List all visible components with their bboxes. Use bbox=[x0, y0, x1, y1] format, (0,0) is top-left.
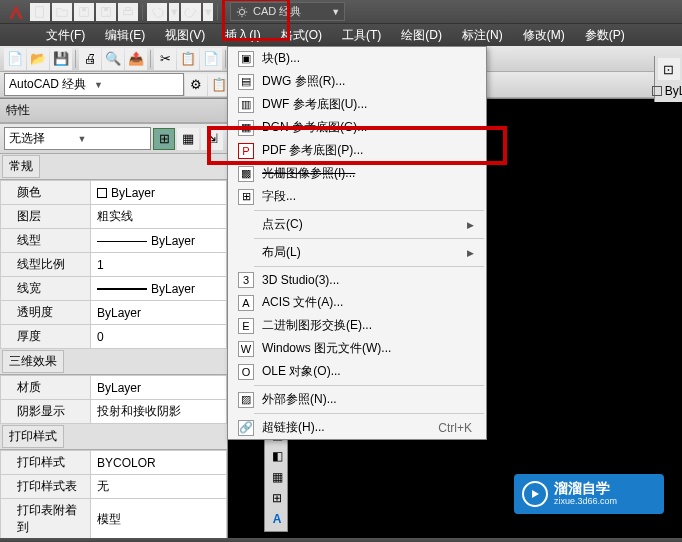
menu-block[interactable]: ▣块(B)... bbox=[228, 47, 486, 70]
hyperlink-icon: 🔗 bbox=[238, 420, 254, 436]
workspace-label: CAD 经典 bbox=[253, 4, 301, 19]
title-bar: ▾ ▾ CAD 经典 ▼ bbox=[0, 0, 682, 24]
status-bar bbox=[0, 538, 682, 542]
dwf-icon: ▥ bbox=[238, 97, 254, 113]
menu-edit[interactable]: 编辑(E) bbox=[95, 24, 155, 47]
menu-view[interactable]: 视图(V) bbox=[155, 24, 215, 47]
menu-binary-dxf[interactable]: E二进制图形交换(E)... bbox=[228, 314, 486, 337]
qat-redo-icon[interactable] bbox=[181, 3, 201, 21]
table-row: 线型ByLayer bbox=[1, 229, 227, 253]
qat-redo-dropdown-icon[interactable]: ▾ bbox=[203, 3, 213, 21]
menu-file[interactable]: 文件(F) bbox=[36, 24, 95, 47]
props-3d-table: 材质ByLayer 阴影显示投射和接收阴影 bbox=[0, 375, 227, 424]
menu-dwg-ref[interactable]: ▤DWG 参照(R)... bbox=[228, 70, 486, 93]
table-row: 阴影显示投射和接收阴影 bbox=[1, 400, 227, 424]
raster-icon: ▩ bbox=[238, 166, 254, 182]
watermark-badge: 溜溜自学 zixue.3d66.com bbox=[514, 474, 664, 514]
block-icon: ▣ bbox=[238, 51, 254, 67]
menu-dgn-underlay[interactable]: ▦DGN 参考底图(G)... bbox=[228, 116, 486, 139]
menu-acis[interactable]: AACIS 文件(A)... bbox=[228, 291, 486, 314]
play-icon bbox=[522, 481, 548, 507]
qat-new-icon[interactable] bbox=[30, 3, 50, 21]
menu-bar: 文件(F) 编辑(E) 视图(V) 插入(I) 格式(O) 工具(T) 绘图(D… bbox=[0, 24, 682, 46]
table-row: 线型比例1 bbox=[1, 253, 227, 277]
acis-icon: A bbox=[238, 295, 254, 311]
menu-modify[interactable]: 修改(M) bbox=[513, 24, 575, 47]
watermark-url: zixue.3d66.com bbox=[554, 497, 617, 507]
menu-dimension[interactable]: 标注(N) bbox=[452, 24, 513, 47]
svg-point-7 bbox=[239, 9, 244, 14]
selection-value: 无选择 bbox=[9, 130, 78, 147]
menu-3d-studio[interactable]: 33D Studio(3)... bbox=[228, 269, 486, 291]
section-print-style: 打印样式 bbox=[2, 425, 64, 448]
xref-icon: ▨ bbox=[238, 392, 254, 408]
menu-ole[interactable]: OOLE 对象(O)... bbox=[228, 360, 486, 383]
table-row: 透明度ByLayer bbox=[1, 301, 227, 325]
svg-rect-2 bbox=[82, 7, 86, 11]
workspace-settings-icon[interactable]: ⚙ bbox=[185, 74, 207, 96]
qat-save-icon[interactable] bbox=[74, 3, 94, 21]
menu-layout[interactable]: 布局(L)▶ bbox=[228, 241, 486, 264]
tool-cut-icon[interactable]: ✂ bbox=[154, 48, 176, 70]
right-tool-1-icon[interactable]: ⊡ bbox=[658, 58, 680, 80]
insert-dropdown: ▣块(B)... ▤DWG 参照(R)... ▥DWF 参考底图(U)... ▦… bbox=[227, 46, 487, 440]
bylayer-checkbox[interactable]: ByL bbox=[648, 82, 682, 100]
vtool-region-icon[interactable]: ▦ bbox=[267, 467, 287, 487]
chevron-down-icon: ▼ bbox=[331, 7, 340, 17]
section-general: 常规 bbox=[2, 155, 40, 178]
workspace-combo-label: AutoCAD 经典 bbox=[9, 76, 94, 93]
submenu-arrow-icon: ▶ bbox=[467, 248, 480, 258]
table-row: 打印样式BYCOLOR bbox=[1, 451, 227, 475]
ole-icon: O bbox=[238, 364, 254, 380]
table-row: 材质ByLayer bbox=[1, 376, 227, 400]
dxf-icon: E bbox=[238, 318, 254, 334]
vtool-gradient-icon[interactable]: ◧ bbox=[267, 446, 287, 466]
menu-draw[interactable]: 绘图(D) bbox=[391, 24, 452, 47]
table-row: 厚度0 bbox=[1, 325, 227, 349]
vtool-text-icon[interactable]: A bbox=[267, 509, 287, 529]
gear-icon bbox=[235, 5, 249, 19]
field-icon: ⊞ bbox=[238, 189, 254, 205]
menu-point-cloud[interactable]: 点云(C)▶ bbox=[228, 213, 486, 236]
table-row: 打印表附着到模型 bbox=[1, 499, 227, 540]
quick-select-icon[interactable]: ⊞ bbox=[153, 128, 175, 150]
menu-insert[interactable]: 插入(I) bbox=[215, 24, 270, 47]
svg-rect-4 bbox=[104, 7, 108, 11]
menu-xref[interactable]: ▨外部参照(N)... bbox=[228, 388, 486, 411]
qat-undo-dropdown-icon[interactable]: ▾ bbox=[169, 3, 179, 21]
qat-print-icon[interactable] bbox=[118, 3, 138, 21]
wmf-icon: W bbox=[238, 341, 254, 357]
qat-open-icon[interactable] bbox=[52, 3, 72, 21]
menu-format[interactable]: 格式(O) bbox=[271, 24, 332, 47]
submenu-arrow-icon: ▶ bbox=[467, 220, 480, 230]
menu-pdf-underlay[interactable]: PPDF 参考底图(P)... bbox=[228, 139, 486, 162]
watermark-text: 溜溜自学 bbox=[554, 481, 617, 496]
menu-params[interactable]: 参数(P) bbox=[575, 24, 635, 47]
table-row: 颜色ByLayer bbox=[1, 181, 227, 205]
qat-saveas-icon[interactable] bbox=[96, 3, 116, 21]
menu-hyperlink[interactable]: 🔗超链接(H)...Ctrl+K bbox=[228, 416, 486, 439]
tool-print-icon[interactable]: 🖨 bbox=[79, 48, 101, 70]
app-logo-icon bbox=[4, 2, 28, 22]
props-general-table: 颜色ByLayer 图层粗实线 线型ByLayer 线型比例1 线宽ByLaye… bbox=[0, 180, 227, 349]
chevron-down-icon: ▼ bbox=[78, 134, 147, 144]
workspace-combo[interactable]: AutoCAD 经典 ▼ bbox=[4, 73, 184, 96]
tool-save-icon[interactable]: 💾 bbox=[50, 48, 72, 70]
menu-field[interactable]: ⊞字段... bbox=[228, 185, 486, 208]
vtool-table-icon[interactable]: ⊞ bbox=[267, 488, 287, 508]
tool-publish-icon[interactable]: 📤 bbox=[125, 48, 147, 70]
tool-new-icon[interactable]: 📄 bbox=[4, 48, 26, 70]
qat-undo-icon[interactable] bbox=[147, 3, 167, 21]
tool-paste-icon[interactable]: 📄 bbox=[200, 48, 222, 70]
tool-preview-icon[interactable]: 🔍 bbox=[102, 48, 124, 70]
tool-copy-icon[interactable]: 📋 bbox=[177, 48, 199, 70]
selection-combo[interactable]: 无选择 ▼ bbox=[4, 127, 151, 150]
select-arrow-icon[interactable]: ⇲ bbox=[201, 128, 223, 150]
menu-raster-ref[interactable]: ▩光栅图像参照(I)... bbox=[228, 162, 486, 185]
menu-dwf-underlay[interactable]: ▥DWF 参考底图(U)... bbox=[228, 93, 486, 116]
tool-open-icon[interactable]: 📂 bbox=[27, 48, 49, 70]
menu-tools[interactable]: 工具(T) bbox=[332, 24, 391, 47]
menu-wmf[interactable]: WWindows 图元文件(W)... bbox=[228, 337, 486, 360]
workspace-switcher[interactable]: CAD 经典 ▼ bbox=[230, 2, 345, 21]
select-tool-icon[interactable]: ▦ bbox=[177, 128, 199, 150]
